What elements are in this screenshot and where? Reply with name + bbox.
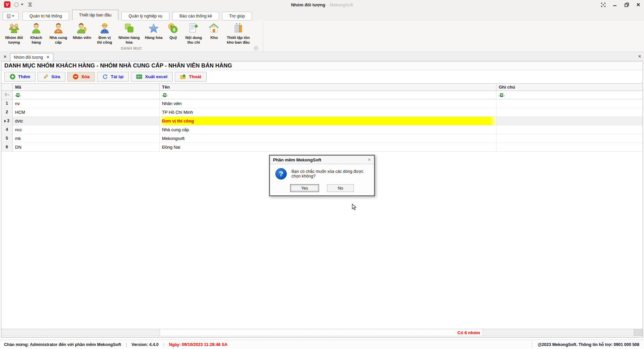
- cell-ma[interactable]: mk: [13, 134, 160, 143]
- edit-button[interactable]: Sửa: [38, 72, 65, 82]
- ribbon-item-nha-cung-cap[interactable]: DX Nhà cung cấp: [46, 22, 70, 45]
- tab-close-icon[interactable]: ✕: [46, 55, 49, 59]
- ribbon-item-nhom-hang-hoa[interactable]: Nhóm hàng hóa: [116, 22, 143, 45]
- quick-access-circle-icon[interactable]: [14, 2, 19, 7]
- construction-worker-icon: [99, 22, 111, 35]
- ribbon-item-label: Nhóm hàng hóa: [118, 36, 140, 45]
- cell-ma[interactable]: nv: [13, 99, 160, 108]
- cell-ghi-chu[interactable]: [496, 134, 643, 143]
- cell-ma[interactable]: HCM: [13, 108, 160, 117]
- table-row[interactable]: 6 DN Đồng Nai: [1, 143, 643, 152]
- ribbon-tab-bao-cao-thong-ke[interactable]: Báo cáo thống kê: [172, 12, 219, 20]
- ribbon-item-hang-hoa[interactable]: Hàng hóa: [143, 22, 165, 41]
- confirm-delete-dialog: Phần mềm MekongSoft ✕ ? Bạn có chắc muốn…: [269, 155, 375, 196]
- fit-screen-button[interactable]: [601, 2, 605, 7]
- table-row[interactable]: 4 ncc Nhà cung cấp: [1, 126, 643, 134]
- exit-button[interactable]: Thoát: [175, 72, 207, 82]
- cell-ten[interactable]: Nhà cung cấp: [160, 126, 496, 134]
- reload-icon: [102, 74, 108, 80]
- ribbon-item-noi-dung-thu-chi[interactable]: Nội dung thu chi: [181, 22, 206, 45]
- cell-ten[interactable]: Đồng Nai: [160, 143, 496, 152]
- question-icon: ?: [275, 168, 287, 180]
- ribbon-tab-tro-giup[interactable]: Trợ giúp: [222, 12, 252, 20]
- grid-header-ghi-chu[interactable]: Ghi chú: [496, 84, 643, 91]
- ribbon-item-label: Kho: [210, 36, 218, 40]
- filter-row-indicator: [1, 91, 13, 99]
- quick-access-customize-icon[interactable]: [28, 3, 32, 7]
- svg-text:DX: DX: [57, 30, 60, 32]
- status-bar: Chào mừng: Administrator đến với phần mề…: [0, 340, 644, 349]
- filter-cell-ghi-chu[interactable]: aBc: [496, 91, 643, 99]
- ribbon-item-label: Nội dung thu chi: [184, 36, 203, 45]
- export-excel-button[interactable]: Xuất excel: [131, 72, 173, 82]
- reload-button[interactable]: Tải lại: [97, 72, 129, 82]
- table-row[interactable]: 1 nv Nhân viên: [1, 99, 643, 108]
- date-text: Ngày: 09/10/2023 11:28:46 SA: [169, 342, 227, 347]
- ribbon-item-nhom-doi-tuong[interactable]: Nhóm đối tượng: [2, 22, 26, 45]
- scrollbar-corner: [634, 329, 643, 336]
- cell-ten[interactable]: Mekongsoft: [160, 134, 496, 143]
- version-text: Version: 4.4.0: [131, 342, 159, 347]
- ribbon-item-nhan-vien[interactable]: Nhân viên: [70, 22, 94, 41]
- dialog-title: Phần mềm MekongSoft: [273, 157, 321, 162]
- cell-ghi-chu[interactable]: [496, 126, 643, 134]
- document-plus-icon: [187, 22, 200, 35]
- cell-ma[interactable]: DN: [13, 143, 160, 152]
- document-tab-nhom-doi-tuong[interactable]: Nhóm đối tượng ✕: [10, 53, 53, 61]
- ribbon-tab-quan-ly-nghiep-vu[interactable]: Quản lý nghiệp vụ: [121, 12, 169, 20]
- close-button[interactable]: [636, 2, 641, 7]
- cell-ghi-chu[interactable]: [496, 99, 643, 108]
- delete-button[interactable]: Xóa: [67, 72, 95, 82]
- grid-header-ma[interactable]: Mã: [13, 84, 160, 91]
- cell-ten[interactable]: Nhân viên: [160, 99, 496, 108]
- add-button-label: Thêm: [18, 74, 30, 79]
- close-all-tabs-button[interactable]: ✕: [0, 52, 10, 61]
- minimize-button[interactable]: [612, 2, 617, 7]
- add-button[interactable]: Thêm: [4, 72, 36, 82]
- ribbon-item-don-vi-thi-cong[interactable]: Đơn vị thi công: [94, 22, 116, 45]
- cell-ma[interactable]: dvtc: [13, 117, 160, 126]
- document-tab-label: Nhóm đối tượng: [14, 55, 43, 60]
- ribbon-item-kho[interactable]: Kho: [206, 22, 222, 41]
- grid-header-ten[interactable]: Tên: [160, 84, 496, 91]
- delete-button-label: Xóa: [81, 74, 90, 79]
- app-menu-button[interactable]: [3, 12, 18, 20]
- customer-icon: [30, 22, 42, 35]
- grid-filter-row: aBc aBc aBc: [1, 91, 643, 99]
- people-group-icon: [8, 22, 20, 35]
- table-row[interactable]: 5 mk Mekongsoft: [1, 134, 643, 143]
- cell-ghi-chu[interactable]: [496, 108, 643, 117]
- cell-ten[interactable]: Đơn vị thi công: [160, 117, 496, 126]
- quick-access-caret-icon[interactable]: [21, 4, 23, 5]
- ribbon-item-label: Nhà cung cấp: [49, 36, 68, 45]
- yes-button[interactable]: Yes: [290, 184, 319, 192]
- ribbon-item-label: Quỹ: [169, 36, 177, 40]
- action-toolbar: Thêm Sửa Xóa Tải lại Xuất excel Thoát: [1, 70, 643, 83]
- ribbon-item-thiet-lap-ton-kho[interactable]: Thiết lập tồn kho ban đầu: [222, 22, 254, 45]
- dialog-close-icon[interactable]: ✕: [368, 157, 371, 162]
- cell-ma[interactable]: ncc: [13, 126, 160, 134]
- ribbon-tab-thiet-lap-ban-dau[interactable]: Thiết lập ban đầu: [72, 10, 119, 20]
- cell-ghi-chu[interactable]: [496, 143, 643, 152]
- ribbon-item-quy[interactable]: € $ Quỹ: [165, 22, 181, 41]
- ribbon-group-danh-muc: Nhóm đối tượng Khách hàng DX: [0, 20, 644, 46]
- welcome-text: Chào mừng: Administrator đến với phần mề…: [4, 342, 121, 347]
- product-group-icon: [123, 22, 135, 35]
- row-number: 3: [7, 117, 9, 125]
- ribbon-item-khach-hang[interactable]: Khách hàng: [26, 22, 46, 45]
- row-number: 6: [6, 143, 8, 151]
- window-title-main: Nhóm đối tượng: [291, 2, 325, 7]
- ribbon-group-collapse-button[interactable]: [254, 46, 258, 50]
- filter-abc-icon: aBc: [498, 93, 505, 97]
- cell-ghi-chu[interactable]: [496, 117, 643, 126]
- table-row[interactable]: 2 HCM TP Hồ Chí Minh: [1, 108, 643, 117]
- delete-icon: [73, 74, 78, 80]
- ribbon-tab-quan-tri-he-thong[interactable]: Quản trị hệ thống: [22, 12, 69, 20]
- table-row-selected[interactable]: 3 dvtc Đơn vị thi công: [1, 117, 643, 126]
- no-button[interactable]: No: [327, 184, 354, 192]
- cell-ten[interactable]: TP Hồ Chí Minh: [160, 108, 496, 117]
- filter-cell-ma[interactable]: aBc: [13, 91, 160, 99]
- close-panel-button[interactable]: ✕: [638, 54, 641, 59]
- filter-cell-ten[interactable]: aBc: [160, 91, 496, 99]
- restore-button[interactable]: [624, 2, 629, 7]
